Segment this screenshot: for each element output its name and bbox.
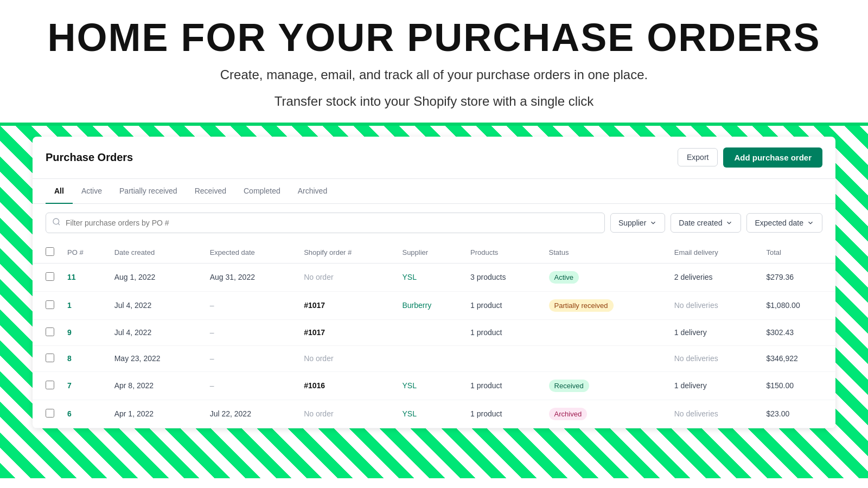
- po-link[interactable]: 6: [67, 409, 72, 418]
- email-delivery-cell: 1 delivery: [668, 371, 760, 400]
- date-created-filter-label: Date created: [679, 219, 722, 227]
- status-cell: Received: [542, 371, 668, 400]
- supplier-cell: YSL: [395, 400, 464, 428]
- status-cell: [542, 319, 668, 345]
- card-header: Purchase Orders Export Add purchase orde…: [33, 137, 835, 179]
- table-row: 6Apr 1, 2022Jul 22, 2022No orderYSL1 pro…: [33, 400, 835, 428]
- status-cell: Active: [542, 263, 668, 291]
- expected-date-filter-button[interactable]: Expected date: [746, 213, 822, 233]
- date-created-filter-button[interactable]: Date created: [671, 213, 741, 233]
- tab-partially-received[interactable]: Partially received: [111, 179, 186, 204]
- supplier-cell: YSL: [395, 263, 464, 291]
- expected-date-cell: –: [203, 371, 297, 400]
- col-total: Total: [760, 242, 835, 264]
- products-cell: 1 product: [464, 291, 542, 319]
- date-created-cell: Aug 1, 2022: [108, 263, 203, 291]
- search-input[interactable]: [46, 213, 605, 233]
- shopify-order-value: #1016: [304, 381, 325, 390]
- shopify-order-cell: #1017: [297, 291, 395, 319]
- status-cell: Archived: [542, 400, 668, 428]
- expected-date-cell: Aug 31, 2022: [203, 263, 297, 291]
- select-all-checkbox[interactable]: [46, 247, 54, 256]
- date-created-cell: Jul 4, 2022: [108, 319, 203, 345]
- shopify-order-cell: #1017: [297, 319, 395, 345]
- row-checkbox[interactable]: [46, 328, 54, 336]
- po-link[interactable]: 1: [67, 301, 72, 310]
- email-delivery-cell: 2 deliveries: [668, 263, 760, 291]
- export-button[interactable]: Export: [678, 148, 718, 166]
- supplier-filter-button[interactable]: Supplier: [610, 213, 665, 233]
- table-row: 11Aug 1, 2022Aug 31, 2022No orderYSL3 pr…: [33, 263, 835, 291]
- header-actions: Export Add purchase order: [678, 147, 822, 168]
- no-order-label: No order: [304, 354, 333, 363]
- no-order-label: No order: [304, 273, 333, 281]
- svg-point-0: [53, 219, 59, 224]
- total-cell: $23.00: [760, 400, 835, 428]
- row-checkbox[interactable]: [46, 381, 54, 389]
- po-link[interactable]: 8: [67, 354, 72, 363]
- tab-active[interactable]: Active: [73, 179, 111, 204]
- col-products: Products: [464, 242, 542, 264]
- tab-completed[interactable]: Completed: [235, 179, 289, 204]
- total-cell: $302.43: [760, 319, 835, 345]
- po-link[interactable]: 9: [67, 328, 72, 337]
- supplier-filter-label: Supplier: [618, 219, 646, 227]
- products-cell: 1 product: [464, 400, 542, 428]
- col-shopify-order: Shopify order #: [297, 242, 395, 264]
- table-row: 9Jul 4, 2022–#10171 product1 delivery$30…: [33, 319, 835, 345]
- tab-all[interactable]: All: [46, 179, 73, 204]
- date-created-cell: May 23, 2022: [108, 345, 203, 371]
- chevron-down-icon: [649, 219, 657, 227]
- shopify-order-value: #1017: [304, 301, 325, 310]
- email-delivery-cell: No deliveries: [668, 400, 760, 428]
- status-badge: Received: [549, 380, 589, 392]
- hero-subtitle-2: Transfer stock into your Shopify store w…: [11, 91, 857, 112]
- tab-received[interactable]: Received: [186, 179, 235, 204]
- total-cell: $150.00: [760, 371, 835, 400]
- card-title: Purchase Orders: [46, 151, 133, 164]
- col-expected-date: Expected date: [203, 242, 297, 264]
- tab-archived[interactable]: Archived: [289, 179, 336, 204]
- col-supplier: Supplier: [395, 242, 464, 264]
- add-purchase-order-button[interactable]: Add purchase order: [723, 147, 822, 168]
- supplier-link[interactable]: Burberry: [402, 301, 431, 310]
- products-cell: 3 products: [464, 263, 542, 291]
- row-checkbox[interactable]: [46, 354, 54, 362]
- row-checkbox[interactable]: [46, 300, 54, 309]
- po-link[interactable]: 7: [67, 381, 72, 390]
- hero-section: HOME FOR YOUR PURCHASE ORDERS Create, ma…: [0, 0, 868, 126]
- col-checkbox: [33, 242, 61, 264]
- products-cell: [464, 345, 542, 371]
- expected-date-cell: –: [203, 291, 297, 319]
- shopify-order-value: #1017: [304, 328, 325, 337]
- total-cell: $279.36: [760, 263, 835, 291]
- date-created-cell: Apr 1, 2022: [108, 400, 203, 428]
- row-checkbox[interactable]: [46, 272, 54, 281]
- supplier-cell: [395, 319, 464, 345]
- supplier-cell: YSL: [395, 371, 464, 400]
- status-cell: [542, 345, 668, 371]
- col-status: Status: [542, 242, 668, 264]
- col-po: PO #: [61, 242, 108, 264]
- search-icon: [52, 217, 61, 228]
- shopify-order-cell: #1016: [297, 371, 395, 400]
- status-cell: Partially received: [542, 291, 668, 319]
- row-checkbox[interactable]: [46, 409, 54, 418]
- supplier-link[interactable]: YSL: [402, 381, 416, 390]
- hero-title: HOME FOR YOUR PURCHASE ORDERS: [11, 16, 857, 59]
- email-delivery-cell: 1 delivery: [668, 319, 760, 345]
- supplier-cell: Burberry: [395, 291, 464, 319]
- orders-table: PO # Date created Expected date Shopify …: [33, 242, 835, 428]
- chevron-down-icon: [807, 219, 814, 227]
- supplier-link[interactable]: YSL: [402, 273, 416, 281]
- email-delivery-cell: No deliveries: [668, 345, 760, 371]
- col-date-created: Date created: [108, 242, 203, 264]
- status-badge: Active: [549, 271, 579, 284]
- po-link[interactable]: 11: [67, 273, 76, 281]
- table-row: 8May 23, 2022–No orderNo deliveries$346,…: [33, 345, 835, 371]
- outer-wrapper: Purchase Orders Export Add purchase orde…: [0, 126, 868, 478]
- search-wrapper: [46, 213, 605, 233]
- purchase-orders-card: Purchase Orders Export Add purchase orde…: [33, 137, 835, 428]
- shopify-order-cell: No order: [297, 345, 395, 371]
- supplier-link[interactable]: YSL: [402, 409, 416, 418]
